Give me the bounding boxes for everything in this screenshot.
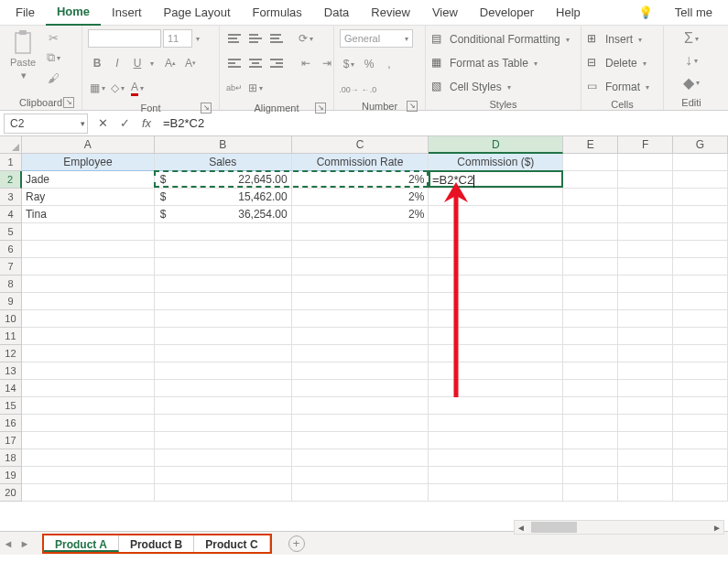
cell[interactable] — [618, 467, 673, 484]
tab-developer[interactable]: Developer — [469, 0, 545, 25]
header-cell[interactable]: Sales — [155, 154, 292, 171]
tell-me[interactable]: Tell me — [664, 0, 723, 25]
format-painter-button[interactable]: 🖌 — [44, 70, 62, 86]
cell[interactable] — [673, 415, 728, 432]
bold-button[interactable]: B — [88, 54, 106, 72]
cell[interactable] — [563, 328, 618, 345]
tab-home[interactable]: Home — [46, 0, 101, 26]
cell[interactable] — [22, 310, 155, 328]
fill-color-button[interactable]: ◇▾ — [108, 79, 126, 97]
cell[interactable] — [429, 449, 563, 467]
cells-delete-button[interactable]: ⊟Delete▾ — [587, 53, 647, 73]
cell[interactable]: $15,462.00 — [155, 189, 292, 206]
cell[interactable] — [673, 310, 728, 328]
row-header[interactable]: 19 — [0, 467, 22, 484]
dialog-launcher-icon[interactable]: ↘ — [407, 101, 418, 112]
cell[interactable] — [563, 397, 618, 415]
cell[interactable] — [429, 484, 563, 502]
cell[interactable]: 2% — [292, 189, 429, 206]
cell[interactable] — [292, 484, 429, 502]
cell[interactable] — [673, 484, 728, 502]
borders-button[interactable]: ▦▾ — [88, 79, 106, 97]
cell[interactable] — [618, 276, 673, 293]
cell[interactable] — [618, 432, 673, 449]
cell[interactable] — [292, 380, 429, 397]
cell[interactable]: Ray — [22, 189, 155, 206]
clear-button[interactable]: ◆▾ — [682, 73, 701, 92]
cell[interactable] — [429, 241, 563, 258]
row-header[interactable]: 18 — [0, 449, 22, 467]
col-header-e[interactable]: E — [563, 136, 618, 154]
cell[interactable] — [563, 189, 618, 206]
decrease-decimal-button[interactable]: ←.0 — [360, 81, 378, 99]
underline-button[interactable]: U — [128, 54, 147, 72]
row-header[interactable]: 20 — [0, 484, 22, 502]
cell[interactable] — [155, 380, 292, 397]
cell[interactable] — [563, 223, 618, 241]
cell[interactable] — [429, 206, 563, 223]
cell[interactable] — [618, 397, 673, 415]
cell[interactable] — [429, 276, 563, 293]
cell[interactable] — [292, 432, 429, 449]
cell[interactable] — [429, 293, 563, 310]
cell[interactable] — [673, 276, 728, 293]
cell[interactable] — [563, 154, 618, 171]
sheet-tab-product-b[interactable]: Product B — [119, 535, 194, 552]
cell[interactable] — [563, 484, 618, 502]
cell[interactable] — [429, 328, 563, 345]
cell-styles-button[interactable]: ▧Cell Styles▾ — [431, 77, 511, 97]
cell[interactable] — [618, 345, 673, 362]
cell[interactable] — [673, 345, 728, 362]
select-all-corner[interactable] — [0, 136, 22, 154]
cell[interactable]: $22,645.00 — [155, 171, 292, 189]
scroll-left-icon[interactable]: ◄ — [515, 523, 527, 533]
cell[interactable] — [429, 362, 563, 380]
format-as-table-button[interactable]: ▦Format as Table▾ — [431, 53, 538, 73]
cell[interactable] — [618, 293, 673, 310]
cell[interactable] — [563, 258, 618, 276]
row-header[interactable]: 8 — [0, 276, 22, 293]
cell[interactable] — [563, 206, 618, 223]
italic-button[interactable]: I — [108, 54, 126, 72]
cell[interactable] — [563, 432, 618, 449]
cell[interactable] — [429, 380, 563, 397]
paste-button[interactable]: Paste ▾ — [5, 29, 40, 81]
cell[interactable] — [618, 258, 673, 276]
cell[interactable] — [563, 171, 618, 189]
shrink-font-button[interactable]: A▾ — [181, 54, 200, 72]
col-header-f[interactable]: F — [618, 136, 673, 154]
dialog-launcher-icon[interactable]: ↘ — [63, 97, 74, 108]
cell[interactable] — [618, 484, 673, 502]
align-left-button[interactable] — [225, 54, 244, 72]
cell[interactable] — [429, 258, 563, 276]
cell[interactable] — [563, 467, 618, 484]
cell[interactable] — [563, 380, 618, 397]
cell[interactable] — [292, 293, 429, 310]
cell[interactable] — [618, 362, 673, 380]
cell[interactable]: 2% — [292, 206, 429, 223]
cell[interactable] — [292, 241, 429, 258]
formula-input[interactable]: =B2*C2 — [158, 116, 728, 130]
cell[interactable] — [618, 449, 673, 467]
col-header-g[interactable]: G — [673, 136, 728, 154]
cell[interactable] — [618, 154, 673, 171]
decrease-indent-button[interactable]: ⇤ — [297, 54, 315, 72]
cell[interactable] — [22, 293, 155, 310]
row-header[interactable]: 17 — [0, 432, 22, 449]
scroll-right-icon[interactable]: ► — [711, 523, 723, 533]
align-top-button[interactable] — [225, 29, 244, 48]
cell[interactable] — [292, 345, 429, 362]
font-name-combo[interactable] — [88, 29, 161, 48]
cell[interactable] — [22, 397, 155, 415]
cell[interactable] — [563, 276, 618, 293]
cell[interactable] — [618, 223, 673, 241]
cell[interactable] — [618, 415, 673, 432]
horizontal-scrollbar[interactable]: ◄ ► — [514, 520, 724, 535]
cell[interactable] — [673, 449, 728, 467]
tab-view[interactable]: View — [421, 0, 469, 25]
cell[interactable]: Jade — [22, 171, 155, 189]
cell[interactable] — [429, 310, 563, 328]
cut-button[interactable]: ✂ — [44, 29, 62, 46]
dialog-launcher-icon[interactable]: ↘ — [315, 103, 326, 114]
cell[interactable] — [673, 432, 728, 449]
